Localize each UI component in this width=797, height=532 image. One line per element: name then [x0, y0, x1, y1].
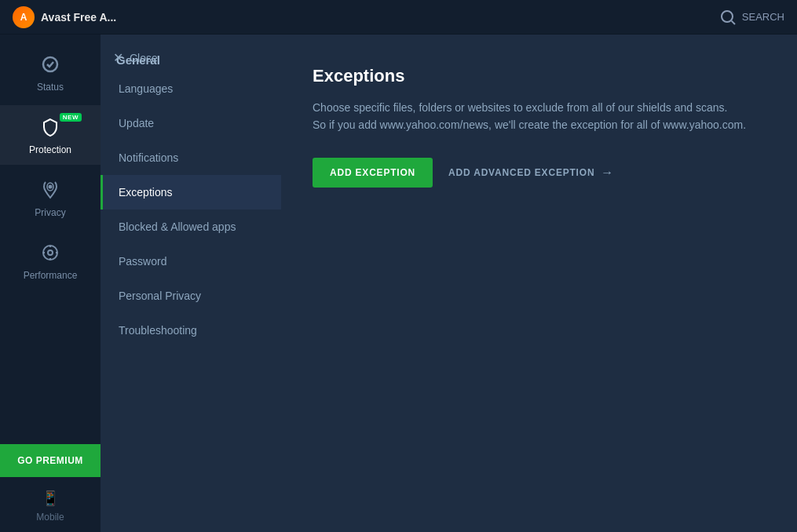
- nav-item-languages[interactable]: Languages: [101, 71, 281, 106]
- nav-item-exceptions[interactable]: Exceptions: [101, 175, 281, 210]
- main-layout: Status NEW Protection Privacy: [0, 35, 797, 532]
- svg-point-5: [43, 246, 57, 260]
- go-premium-label: GO PREMIUM: [17, 455, 83, 466]
- app-name: Avast Free A...: [41, 11, 116, 24]
- status-icon: [38, 52, 63, 77]
- description-line2: So if you add www.yahoo.com/news, we'll …: [313, 118, 746, 131]
- sidebar-item-status[interactable]: Status: [0, 42, 101, 102]
- description-line1: Choose specific files, folders or websit…: [313, 101, 727, 114]
- add-exception-button[interactable]: ADD EXCEPTION: [313, 158, 433, 188]
- privacy-icon: [38, 177, 63, 202]
- mobile-label: Mobile: [36, 512, 64, 523]
- main-content: Exceptions Choose specific files, folder…: [281, 35, 797, 532]
- close-button-area[interactable]: ✕ Close: [101, 42, 170, 73]
- nav-item-update[interactable]: Update: [101, 106, 281, 140]
- add-advanced-exception-button[interactable]: ADD ADVANCED EXCEPTION →: [448, 166, 614, 180]
- protection-label: Protection: [29, 144, 71, 155]
- sidebar-item-protection[interactable]: NEW Protection: [0, 105, 101, 165]
- secondary-nav: General Languages Update Notifications E…: [101, 35, 281, 532]
- nav-item-password[interactable]: Password: [101, 244, 281, 279]
- close-label: Close: [130, 52, 158, 64]
- sidebar-item-privacy[interactable]: Privacy: [0, 168, 101, 228]
- go-premium-button[interactable]: GO PREMIUM: [0, 444, 101, 477]
- actions-row: ADD EXCEPTION ADD ADVANCED EXCEPTION →: [313, 158, 766, 188]
- icon-nav: Status NEW Protection Privacy: [0, 35, 101, 532]
- close-x-icon: ✕: [113, 50, 123, 65]
- nav-item-personal-privacy[interactable]: Personal Privacy: [101, 279, 281, 313]
- content-title: Exceptions: [313, 66, 766, 86]
- nav-item-notifications[interactable]: Notifications: [101, 140, 281, 175]
- mobile-item[interactable]: 📱 Mobile: [0, 480, 101, 532]
- mobile-icon: 📱: [42, 490, 59, 507]
- performance-label: Performance: [24, 270, 78, 281]
- sidebar-item-performance[interactable]: Performance: [0, 231, 101, 290]
- new-badge: NEW: [60, 113, 82, 122]
- arrow-right-icon: →: [601, 166, 614, 180]
- avast-logo-icon: A: [13, 6, 35, 28]
- search-label: SEARCH: [742, 11, 784, 23]
- svg-point-4: [49, 186, 52, 188]
- search-area[interactable]: SEARCH: [718, 8, 784, 27]
- nav-item-blocked-allowed[interactable]: Blocked & Allowed apps: [101, 210, 281, 244]
- search-icon: [718, 8, 737, 27]
- svg-point-6: [48, 250, 53, 255]
- svg-line-1: [731, 20, 734, 24]
- performance-icon: [38, 240, 63, 265]
- advanced-label: ADD ADVANCED EXCEPTION: [448, 167, 594, 178]
- content-description: Choose specific files, folders or websit…: [313, 99, 752, 134]
- privacy-label: Privacy: [35, 207, 65, 218]
- status-label: Status: [37, 82, 64, 93]
- nav-item-troubleshooting[interactable]: Troubleshooting: [101, 313, 281, 348]
- svg-point-0: [722, 11, 733, 22]
- app-logo: A Avast Free A...: [13, 6, 116, 28]
- top-bar: A Avast Free A... SEARCH: [0, 0, 797, 35]
